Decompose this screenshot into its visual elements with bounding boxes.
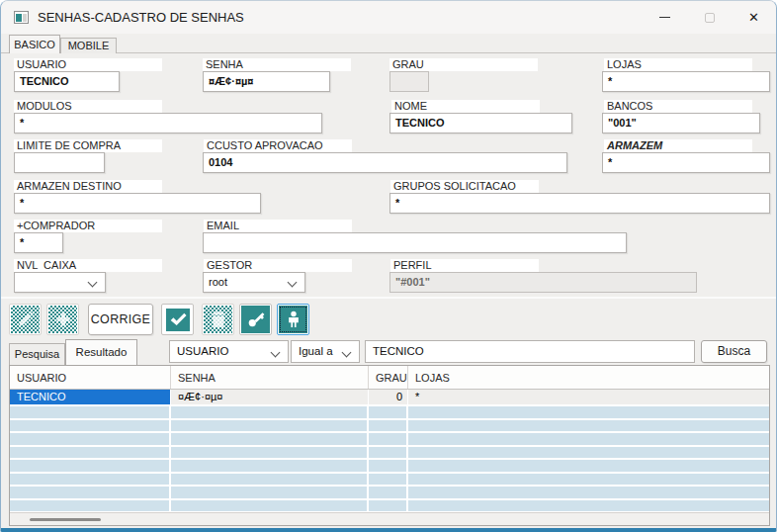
armazem-label: ARMAZEM [604,139,752,152]
grupos-solicitacao-label: GRUPOS SOLICITACAO [390,180,539,193]
toolbar: CORRIGE [1,297,776,338]
grid-empty-rows [10,406,769,511]
bancos-label: BANCOS [604,100,752,113]
modulos-input[interactable]: * [14,113,322,133]
lojas-input[interactable]: * [602,71,770,92]
modulos-label: MODULOS [14,100,162,113]
nome-label: NOME [391,100,540,113]
table-empty-row[interactable] [10,406,769,418]
tab-basico[interactable]: BASICO [9,35,60,53]
chevron-down-icon [342,348,352,358]
limite-de-compra-label: LIMITE DE COMPRA [14,139,162,152]
cell-senha[interactable]: ¤Æ¢·¤µ¤ [171,390,369,404]
busca-button[interactable]: Busca [701,340,767,363]
minimize-icon [659,17,670,18]
cell-usuario[interactable]: TECNICO [10,390,171,404]
table-empty-row[interactable] [10,460,769,472]
table-empty-row[interactable] [10,420,769,432]
usuario-input[interactable]: TECNICO [14,71,120,92]
perfil-label: PERFIL [390,259,539,272]
minimize-button[interactable] [643,1,687,34]
table-empty-row[interactable] [10,433,769,445]
search-operator-value: Igual a [299,345,333,357]
check-icon [166,309,190,331]
close-icon: ✕ [748,11,759,24]
trash-icon [204,306,232,333]
nvl-caixa-label: NVL CAIXA [14,259,162,272]
edit-button [9,304,42,335]
title-bar: SENHAS-CADASTRO DE SENHAS ✕ [1,1,776,34]
armazen-destino-input[interactable]: * [14,193,261,214]
search-bar: Pesquisa Resultado USUARIO Igual a TECNI… [1,338,776,365]
tab-mobile[interactable]: MOBILE [60,38,117,53]
table-empty-row[interactable] [10,447,769,459]
app-window: SENHAS-CADASTRO DE SENHAS ✕ BASICO MOBIL… [0,0,777,532]
email-input[interactable] [203,232,627,253]
horizontal-scrollbar[interactable] [10,512,769,525]
armazen-destino-label: ARMAZEN DESTINO [14,180,162,193]
search-field-select[interactable]: USUARIO [169,340,289,363]
comprador-label: +COMPRADOR [14,220,162,232]
usuario-label: USUARIO [14,58,162,71]
maximize-icon [705,13,715,23]
form-panel: USUARIO TECNICO SENHA ¤Æ¢·¤µ¤ GRAU LOJAS… [1,53,776,297]
tab-pesquisa[interactable]: Pesquisa [9,343,65,365]
results-grid: USUARIO SENHA GRAU LOJAS TECNICO ¤Æ¢·¤µ¤… [9,365,770,526]
chevron-down-icon [271,348,281,358]
delete-button [202,304,234,335]
gestor-select[interactable]: root [203,272,305,293]
ccusto-aprovacao-input[interactable]: 0104 [203,152,567,173]
grau-input[interactable] [389,71,429,92]
chevron-down-icon [88,278,98,288]
nvl-caixa-select[interactable] [14,272,106,293]
scrollbar-thumb[interactable] [30,518,101,521]
person-icon [279,306,307,333]
plus-icon [48,306,77,333]
grupos-solicitacao-input[interactable]: * [389,193,770,214]
column-header-grau[interactable]: GRAU [369,366,408,389]
corrige-button[interactable]: CORRIGE [88,304,153,335]
gestor-label: GESTOR [204,259,352,272]
close-button[interactable]: ✕ [732,1,776,34]
table-empty-row[interactable] [10,487,769,498]
maximize-button [687,1,732,34]
ccusto-aprovacao-label: CCUSTO APROVACAO [204,139,352,152]
column-header-usuario[interactable]: USUARIO [10,366,171,389]
table-empty-row[interactable] [10,500,769,512]
cell-lojas[interactable]: * [408,390,769,404]
senha-label: SENHA [203,58,351,71]
column-header-senha[interactable]: SENHA [171,366,369,389]
window-title: SENHAS-CADASTRO DE SENHAS [38,10,244,25]
grau-label: GRAU [389,58,538,71]
lojas-label: LOJAS [604,58,752,71]
form-tabbar: BASICO MOBILE [1,34,776,53]
tab-resultado[interactable]: Resultado [65,339,137,365]
app-icon [14,11,29,24]
bancos-input[interactable]: "001" [602,113,760,133]
table-empty-row[interactable] [10,474,769,486]
window-controls: ✕ [643,1,776,34]
perfil-input: "#001" [389,272,697,293]
cell-grau[interactable]: 0 [369,390,408,404]
search-query-input[interactable]: TECNICO [365,340,695,363]
search-operator-select[interactable]: Igual a [291,340,360,363]
email-label: EMAIL [204,220,352,232]
column-header-lojas[interactable]: LOJAS [408,366,769,389]
armazem-input[interactable]: * [602,152,770,173]
add-button [46,304,79,335]
key-icon [241,306,270,333]
chevron-down-icon [288,278,298,288]
password-key-button[interactable] [239,304,272,335]
table-row-selected[interactable]: TECNICO ¤Æ¢·¤µ¤ 0 * [10,390,769,404]
comprador-input[interactable]: * [14,232,63,253]
confirm-button[interactable] [161,304,194,335]
user-button[interactable] [277,304,309,335]
gestor-value: root [209,276,227,288]
senha-input[interactable]: ¤Æ¢·¤µ¤ [203,71,330,92]
grid-header: USUARIO SENHA GRAU LOJAS [10,366,769,390]
search-field-value: USUARIO [177,345,228,357]
limite-de-compra-input[interactable] [14,152,105,173]
pencil-icon [11,306,40,333]
nome-input[interactable]: TECNICO [389,113,572,133]
